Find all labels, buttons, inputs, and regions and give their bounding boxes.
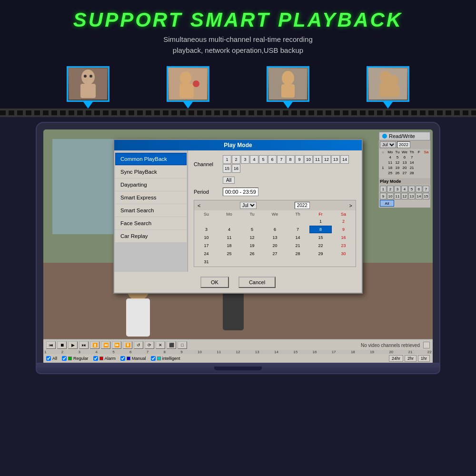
cal-day-8[interactable]: 8 — [309, 226, 332, 233]
thumb-arrow-4 — [383, 102, 393, 109]
play-mode-dialog: Play Mode Common PlayBack Sync PlayBack … — [113, 139, 363, 294]
channel-label: Channel — [194, 161, 220, 167]
ch-13[interactable]: 13 — [331, 155, 340, 164]
svg-rect-16 — [390, 85, 399, 97]
time-24hr[interactable]: 24hr — [389, 355, 403, 362]
ch-14[interactable]: 14 — [340, 155, 349, 164]
thumb-arrow-3 — [283, 102, 293, 109]
calendar-header: < Jul 2022 > — [194, 200, 356, 210]
alarm-color — [99, 357, 103, 360]
ok-button[interactable]: OK — [200, 277, 229, 288]
transport-record[interactable]: ⬛ — [167, 341, 176, 349]
status-indicator — [423, 342, 430, 348]
ch-12[interactable]: 12 — [322, 155, 331, 164]
svg-rect-8 — [193, 80, 199, 87]
ch-1[interactable]: 1 — [223, 155, 231, 164]
legend-manual: Manual — [120, 356, 146, 361]
legend-alarm-label: Alarm — [105, 356, 116, 361]
all-button[interactable]: All — [223, 177, 235, 184]
legend-alarm-check[interactable] — [93, 356, 98, 361]
dialog-calendar: < Jul 2022 > Su — [194, 200, 356, 267]
svg-point-6 — [180, 71, 191, 85]
top-section: SUPPORT SMART PLAYBACK Simultaneous mult… — [0, 0, 476, 60]
main-title: SUPPORT SMART PLAYBACK — [0, 9, 476, 31]
menu-sync-playback[interactable]: Sync PlayBack — [115, 166, 187, 178]
thumb-box-2 — [167, 66, 209, 102]
transport-fwd[interactable]: ⏩ — [112, 341, 121, 349]
all-row: All — [194, 177, 356, 184]
period-input[interactable]: 00:00 - 23:59 — [223, 188, 258, 196]
transport-stop[interactable]: ⏹ — [57, 341, 67, 349]
time-1hr[interactable]: 1hr — [418, 355, 430, 362]
thumb-box-4 — [367, 66, 409, 102]
transport-play[interactable]: ▶ — [68, 341, 78, 349]
laptop-outer: Read/Write Jul 2022 u Mo Tu We — [36, 122, 440, 364]
period-label: Period — [194, 189, 220, 195]
ch-16[interactable]: 16 — [232, 164, 240, 173]
legend-regular-check[interactable] — [62, 356, 67, 361]
time-2hr[interactable]: 2hr — [405, 355, 416, 362]
transport-sync[interactable]: ⟳ — [145, 341, 154, 349]
menu-common-playback[interactable]: Common PlayBack — [115, 153, 187, 165]
legend-manual-check[interactable] — [120, 356, 125, 361]
thumb-box-3 — [267, 66, 309, 102]
transport-fast-fwd[interactable]: ⏬ — [123, 341, 132, 349]
transport-cut[interactable]: ✕ — [156, 341, 165, 349]
laptop-screen: Read/Write Jul 2022 u Mo Tu We — [43, 129, 433, 363]
legend-all-label: All — [52, 356, 57, 361]
ch-2[interactable]: 2 — [232, 155, 240, 164]
laptop: Read/Write Jul 2022 u Mo Tu We — [36, 122, 440, 374]
legend-intelligent-check[interactable] — [151, 356, 156, 361]
menu-smart-search[interactable]: Smart Search — [115, 204, 187, 217]
ch-10[interactable]: 10 — [304, 155, 313, 164]
cal-prev[interactable]: < — [196, 203, 202, 208]
transport-next-frame[interactable]: ⏭ — [79, 341, 89, 349]
transport-replay[interactable]: ↺ — [134, 341, 143, 349]
menu-panel: Common PlayBack Sync PlayBack Dayparting… — [114, 150, 188, 272]
menu-car-replay[interactable]: Car Replay — [115, 230, 187, 242]
dvr-bottom: ⏮ ⏹ ▶ ⏭ ⏫ ⏪ ⏩ ⏬ ↺ ⟳ ✕ ⬛ □ — [43, 339, 433, 363]
menu-face-search[interactable]: Face Search — [115, 217, 187, 229]
cal-month-select[interactable]: Jul — [240, 202, 257, 209]
manual-color — [127, 357, 130, 360]
laptop-section: Read/Write Jul 2022 u Mo Tu We — [0, 117, 476, 374]
legend-regular-label: Regular — [73, 356, 89, 361]
svg-point-4 — [89, 75, 92, 78]
menu-dayparting[interactable]: Dayparting — [115, 178, 187, 191]
regular-color — [68, 357, 72, 360]
ch-6[interactable]: 6 — [268, 155, 277, 164]
ch-11[interactable]: 11 — [313, 155, 322, 164]
svg-rect-7 — [179, 84, 194, 98]
svg-rect-11 — [281, 84, 295, 98]
ch-7[interactable]: 7 — [277, 155, 286, 164]
thumb-arrow-2 — [183, 102, 193, 109]
ch-8[interactable]: 8 — [286, 155, 295, 164]
subtitle: Simultaneous multi-channel real-time rec… — [0, 34, 476, 56]
legend-intelligent-label: intelligent — [162, 356, 180, 361]
transport-prev-frame[interactable]: ⏮ — [46, 341, 56, 349]
dialog-body: Common PlayBack Sync PlayBack Dayparting… — [114, 150, 362, 272]
channel-buttons: 1 2 3 4 5 6 7 8 9 — [223, 155, 356, 173]
legend-regular: Regular — [62, 356, 89, 361]
ch-3[interactable]: 3 — [241, 155, 249, 164]
thumb-box-1 — [67, 66, 109, 102]
ch-5[interactable]: 5 — [259, 155, 268, 164]
legend-all-check[interactable] — [46, 356, 51, 361]
status-text: No video channels retrieved — [188, 343, 422, 348]
transport-slow-rev[interactable]: ⏫ — [90, 341, 99, 349]
transport-snap[interactable]: □ — [178, 341, 187, 349]
ch-9[interactable]: 9 — [295, 155, 304, 164]
channel-row: Channel 1 2 3 4 5 6 7 — [194, 155, 356, 173]
intelligent-color — [157, 357, 161, 360]
thumb-3 — [267, 66, 309, 109]
ch-4[interactable]: 4 — [250, 155, 258, 164]
ch-15[interactable]: 15 — [223, 164, 231, 173]
thumb-arrow-1 — [83, 102, 93, 109]
thumb-2 — [167, 66, 209, 109]
transport-rev[interactable]: ⏪ — [101, 341, 110, 349]
dialog-overlay: Play Mode Common PlayBack Sync PlayBack … — [43, 129, 433, 363]
legend-alarm: Alarm — [93, 356, 116, 361]
cancel-button[interactable]: Cancel — [238, 277, 276, 288]
menu-smart-express[interactable]: Smart Express — [115, 191, 187, 204]
cal-next[interactable]: > — [348, 203, 354, 208]
